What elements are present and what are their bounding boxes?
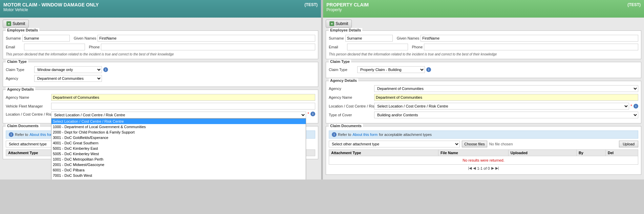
right-panel-test: (TEST) [627,2,641,7]
right-disclaimer: This person declared that the informatio… [329,52,638,56]
right-panel-title: PROPERTY CLAIM [326,2,369,7]
right-submit-label: Submit [336,21,348,26]
right-given-names-label: Given Names [397,36,420,40]
left-dropdown-item-7001[interactable]: 7001 - DoC South West [51,173,306,178]
right-surname-row: Surname Given Names [329,35,638,42]
left-employee-section: Employee Details Surname Given Names Ema… [3,30,318,59]
left-dropdown-item-2001[interactable]: 2001 - DoC Midwest/Gascoyne [51,162,306,167]
left-vehicle-fleet-row: Vehicle Fleet Manager [6,103,315,110]
right-agency-name-input[interactable] [374,94,638,101]
right-agency-details-section: Agency Details Agency Department of Comm… [326,81,641,123]
left-location-required: * [307,112,309,116]
right-panel: PROPERTY CLAIM (TEST) Property ✦ Submit … [323,0,644,180]
right-col-uploaded: Uploaded [508,150,576,156]
left-claim-type-title: Claim Type [6,60,28,64]
right-claim-docs-content: i Refer to About this form for acceptabl… [326,126,641,174]
left-location-info-icon[interactable]: i [310,112,315,116]
left-claim-type-info-icon[interactable]: i [103,67,108,72]
right-pag-next[interactable]: ▶ [491,166,494,170]
right-employee-content: Surname Given Names Email Phone This per… [326,31,641,59]
left-claim-type-content: Claim Type Window damage only i Agency D… [3,62,318,87]
left-dropdown-item-2000[interactable]: 2000 - Dept for Child Protection & Famil… [51,129,306,135]
left-claim-docs-title: Claim Documents [6,124,40,128]
right-info-suffix: for acceptable attachment types [379,133,432,137]
left-dropdown-item-6001[interactable]: 6001 - DoC Pilbara [51,167,306,173]
left-dropdown-item-5001[interactable]: 5001 - DoC Kimberley East [51,146,306,151]
left-email-row: Email Phone [6,44,315,50]
right-pag-last[interactable]: ▶| [495,166,499,170]
right-no-file-text: No file chosen [489,142,617,146]
left-dropdown-item-8001[interactable]: 8001 - DoC Wheatbelt [51,178,306,180]
right-surname-input[interactable] [345,35,393,42]
left-info-text: Refer to [15,133,28,137]
left-agency-name-row: Agency Name [6,94,315,101]
left-given-names-input[interactable] [98,35,315,42]
left-panel-title: MOTOR CLAIM - WINDOW DAMAGE ONLY [3,2,99,7]
left-claim-type-select[interactable]: Window damage only [34,66,102,73]
right-agency-select[interactable]: Department of Communities [374,85,638,92]
right-submit-button[interactable]: ✦ Submit [326,20,352,28]
left-dropdown-item-3001[interactable]: 3001 - DoC Goldfields/Esperance [51,135,306,140]
right-attachment-select[interactable]: Select other attachment type [329,141,460,147]
right-panel-subtitle: Property [326,7,641,12]
right-col-del: Del [606,150,638,156]
left-agency-details-section: Agency Details Agency Name Vehicle Fleet… [3,90,318,123]
left-dropdown-item-4001[interactable]: 4001 - DoC Great Southern [51,140,306,146]
left-claim-type-label: Claim Type [6,68,33,72]
left-phone-input[interactable] [101,44,315,50]
right-phone-label: Phone [412,45,423,49]
right-claim-type-info-icon[interactable]: i [426,67,431,72]
left-panel: MOTOR CLAIM - WINDOW DAMAGE ONLY (TEST) … [0,0,321,180]
left-dropdown-item-default[interactable]: Select Location / Cost Centre / Risk Cen… [51,119,306,124]
left-surname-row: Surname Given Names [6,35,315,42]
right-type-of-cover-select[interactable]: Building and/or Contents [374,112,638,118]
right-given-names-input[interactable] [421,35,638,42]
right-no-results-text: No results were returned. [330,157,637,164]
left-dropdown-item-5005[interactable]: 5005 - DoC Kimberley West [51,151,306,157]
right-info-link[interactable]: About this form [352,133,378,137]
right-info-text: Refer to [338,133,351,137]
left-info-circle: i [9,132,14,137]
right-location-row: Location / Cost Centre / Risk Centre Sel… [329,103,638,110]
left-vehicle-fleet-input[interactable] [51,103,315,110]
left-dropdown-item-1000[interactable]: 1000 - Department of Local Government & … [51,124,306,129]
left-location-select[interactable]: Select Location / Cost Centre / Risk Cen… [51,112,306,118]
right-location-select[interactable]: Select Location / Cost Centre / Risk Cen… [374,103,629,110]
left-phone-label: Phone [89,45,100,49]
right-claim-docs-title: Claim Documents [329,124,363,128]
right-agency-details-content: Agency Department of Communities Agency … [326,81,641,123]
right-col-by: By [576,150,605,156]
right-pag-first[interactable]: |◀ [468,166,472,170]
right-no-results-cell: No results were returned. [329,156,638,165]
right-phone-input[interactable] [424,44,638,50]
left-surname-input[interactable] [22,35,70,42]
right-claim-type-select[interactable]: Property Claim - Building [357,66,425,73]
right-agency-details-title: Agency Details [329,78,358,82]
right-upload-button[interactable]: Upload [619,141,638,147]
left-claim-type-row: Claim Type Window damage only i [6,66,315,73]
left-panel-subtitle: Motor Vehicle [3,7,318,12]
right-employee-section: Employee Details Surname Given Names Ema… [326,30,641,59]
right-claim-type-content: Claim Type Property Claim - Building i [326,62,641,78]
right-agency-row: Agency Department of Communities [329,85,638,92]
left-agency-name-input[interactable] [51,94,315,101]
right-pag-prev[interactable]: ◀ [473,166,476,170]
right-location-info-icon[interactable]: i [634,104,638,109]
left-submit-button[interactable]: ✦ Submit [3,20,29,28]
right-surname-label: Surname [329,36,344,40]
left-email-input[interactable] [24,44,85,50]
right-choose-files-button[interactable]: Choose files [462,141,487,147]
right-email-input[interactable] [347,44,408,50]
left-agency-details-title: Agency Details [6,87,35,91]
right-submit-icon: ✦ [329,21,334,26]
left-dropdown-item-1001[interactable]: 1001 - DoC Metropolitan Perth [51,157,306,162]
left-location-dropdown-container: Select Location / Cost Centre / Risk Cen… [51,112,306,118]
left-agency-select[interactable]: Department of Communities [34,75,102,82]
panel-divider [322,0,322,180]
left-panel-title-row: MOTOR CLAIM - WINDOW DAMAGE ONLY (TEST) [3,2,318,7]
right-col-attachment-type: Attachment Type [329,150,438,156]
right-no-results-row: No results were returned. [329,156,638,165]
left-email-label: Email [6,45,15,49]
left-claim-type-section: Claim Type Claim Type Window damage only… [3,62,318,87]
right-agency-name-label: Agency Name [329,95,373,99]
